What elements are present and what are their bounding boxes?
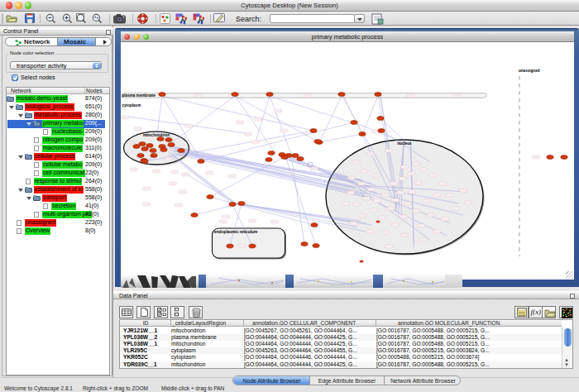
svg-text:plasma membrane: plasma membrane [122, 93, 156, 98]
svg-text:cytoplasm: cytoplasm [122, 103, 141, 108]
svg-text:nucleus: nucleus [397, 141, 412, 146]
svg-text:unassigned: unassigned [519, 69, 540, 73]
svg-text:endoplasmic reticulum: endoplasmic reticulum [214, 230, 257, 234]
svg-text:mitochondrion: mitochondrion [143, 133, 170, 137]
